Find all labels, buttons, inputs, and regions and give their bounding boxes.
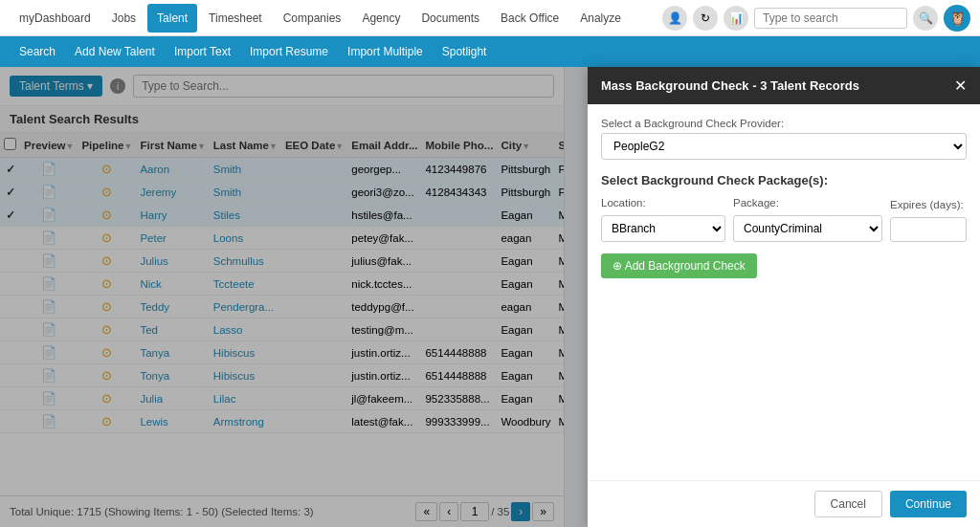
nav-item-talent[interactable]: Talent (147, 4, 197, 33)
nav-item-agency[interactable]: Agency (352, 4, 410, 33)
modal: Mass Background Check - 3 Talent Records… (588, 67, 980, 527)
nav-item-companies[interactable]: Companies (274, 4, 351, 33)
package-field: Package: CountyCriminal (733, 197, 882, 242)
provider-label: Select a Background Check Provider: (601, 118, 967, 129)
modal-close-button[interactable]: ✕ (954, 77, 967, 95)
subnav-search[interactable]: Search (10, 39, 65, 64)
modal-title: Mass Background Check - 3 Talent Records (601, 78, 859, 93)
package-label: Package: (733, 197, 882, 209)
package-section-heading: Select Background Check Package(s): (601, 173, 967, 187)
subnav-spotlight[interactable]: Spotlight (433, 39, 497, 64)
package-select[interactable]: CountyCriminal (733, 215, 882, 242)
top-nav: myDashboard Jobs Talent Timesheet Compan… (0, 0, 980, 36)
user-avatar-icon[interactable]: 👤 (662, 6, 687, 31)
subnav-add-new-talent[interactable]: Add New Talent (65, 39, 165, 64)
nav-item-analyze[interactable]: Analyze (570, 4, 631, 33)
subnav-import-resume[interactable]: Import Resume (240, 39, 338, 64)
modal-overlay: Mass Background Check - 3 Talent Records… (0, 67, 980, 527)
main-area: Talent Terms ▾ i Talent Search Results P… (0, 67, 980, 527)
location-field: Location: BBranch (601, 197, 725, 242)
nav-item-backoffice[interactable]: Back Office (491, 4, 568, 33)
search-icon[interactable]: 🔍 (913, 6, 938, 31)
nav-items: myDashboard Jobs Talent Timesheet Compan… (10, 4, 631, 33)
refresh-icon[interactable]: ↻ (693, 6, 718, 31)
package-row: Location: BBranch Package: CountyCrimina… (601, 197, 967, 242)
search-bar: 👤 ↻ 📊 🔍 🦉 (662, 5, 970, 32)
continue-button[interactable]: Continue (890, 491, 967, 517)
owl-logo-icon: 🦉 (944, 5, 970, 32)
subnav-import-text[interactable]: Import Text (165, 39, 240, 64)
expires-input[interactable] (890, 217, 967, 242)
modal-header: Mass Background Check - 3 Talent Records… (588, 67, 980, 104)
expires-field: Expires (days): (890, 199, 967, 242)
nav-item-jobs[interactable]: Jobs (102, 4, 145, 33)
expires-label: Expires (days): (890, 199, 967, 210)
location-select[interactable]: BBranch (601, 215, 725, 242)
add-background-check-button[interactable]: ⊕ Add Background Check (601, 253, 757, 278)
modal-footer: Cancel Continue (588, 480, 980, 527)
sub-nav: Search Add New Talent Import Text Import… (0, 36, 980, 67)
nav-item-timesheet[interactable]: Timesheet (199, 4, 272, 33)
search-input[interactable] (754, 8, 907, 29)
cancel-button[interactable]: Cancel (814, 491, 882, 517)
provider-select[interactable]: PeopleG2 (601, 133, 967, 160)
subnav-import-multiple[interactable]: Import Multiple (338, 39, 433, 64)
chart-icon[interactable]: 📊 (724, 6, 748, 31)
location-label: Location: (601, 197, 725, 209)
nav-item-mydashboard[interactable]: myDashboard (10, 4, 100, 33)
modal-body: Select a Background Check Provider: Peop… (588, 104, 980, 480)
nav-item-documents[interactable]: Documents (412, 4, 489, 33)
